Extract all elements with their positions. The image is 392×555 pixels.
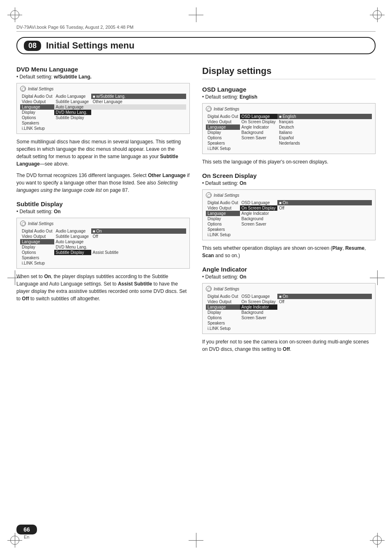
- corner-mark-br: [370, 533, 385, 548]
- table-row: Display DVD Menu Lang.: [20, 110, 186, 115]
- table-row: Language Angle Indicator Deutsch: [206, 124, 372, 130]
- subtitle-display-default: • Default setting: On: [16, 209, 190, 214]
- on-screen-display-default: • Default setting: On: [202, 180, 376, 186]
- table-row: Digital Audio Out OSD Language ■ English: [206, 114, 372, 119]
- on-screen-display-menu-box: ◯ Initial Settings Digital Audio Out OSD…: [202, 189, 376, 240]
- table-row: Digital Audio Out Audio Language ■ On: [20, 228, 186, 234]
- osd-language-default: • Default setting: English: [202, 94, 376, 100]
- menu-box-2-header: ◯ Initial Settings: [20, 221, 186, 226]
- edge-mark-top: [189, 7, 203, 22]
- dvd-menu-language-default: • Default setting: w/Subtitle Lang.: [16, 74, 190, 80]
- table-row: Options Screen Saver: [206, 221, 372, 227]
- subtitle-display-menu-box: ◯ Initial Settings Digital Audio Out Aud…: [16, 218, 190, 269]
- table-row: Digital Audio Out Audio Language ■ w/Sub…: [20, 94, 186, 99]
- left-column: DVD Menu Language • Default setting: w/S…: [16, 66, 190, 357]
- osd-language-title: OSD Language: [202, 86, 376, 93]
- table-row: Digital Audio Out OSD Language ■ On: [206, 294, 372, 299]
- menu-box-1-header: ◯ Initial Settings: [20, 86, 186, 92]
- menu-icon-2: ◯: [20, 221, 26, 226]
- osd-language-menu-box: ◯ Initial Settings Digital Audio Out OSD…: [202, 103, 376, 154]
- angle-indicator-body: If you prefer not to see the camera icon…: [202, 338, 376, 353]
- table-row: i.LINK Setup: [20, 260, 186, 266]
- table-row: Digital Audio Out OSD Language ■ On: [206, 200, 372, 205]
- table-row: i.LINK Setup: [206, 232, 372, 237]
- table-row: Video Output On Screen Display Off: [206, 205, 372, 211]
- angle-indicator-table: Digital Audio Out OSD Language ■ On Vide…: [206, 294, 372, 331]
- header-badge: 08: [24, 41, 41, 51]
- table-row: Video Output Subtitle Language Other Lan…: [20, 99, 186, 104]
- menu-icon-3: ◯: [206, 106, 212, 112]
- menu-box-4-header: ◯ Initial Settings: [206, 192, 372, 198]
- angle-indicator-default: • Default setting: On: [202, 274, 376, 280]
- table-row: Video Output On Screen Display français: [206, 119, 372, 124]
- table-row: Speakers: [206, 320, 372, 326]
- table-row: Video Output Subtitle Language Off: [20, 234, 186, 239]
- table-row: i.LINK Setup: [206, 326, 372, 331]
- display-settings-title: Display settings: [202, 66, 376, 79]
- menu-icon-5: ◯: [206, 286, 212, 292]
- osd-language-table: Digital Audio Out OSD Language ■ English…: [206, 114, 372, 151]
- edge-mark-bottom: [189, 533, 203, 548]
- menu-icon-4: ◯: [206, 192, 212, 198]
- header-section: 08 Initial Settings menu: [16, 37, 376, 54]
- table-row: Options Subtitle Display Assist Subtitle: [20, 250, 186, 255]
- table-row: Display Background Italiano: [206, 130, 372, 135]
- subtitle-display-table: Digital Audio Out Audio Language ■ On Vi…: [20, 228, 186, 266]
- table-row: Video Output On Screen Display Off: [206, 299, 372, 304]
- table-row: Display Background: [206, 216, 372, 221]
- menu-box-3-header: ◯ Initial Settings: [206, 106, 372, 112]
- table-row: i.LINK Setup: [20, 126, 186, 131]
- table-row: Speakers: [206, 227, 372, 232]
- subtitle-display-title: Subtitle Display: [16, 200, 190, 207]
- dvd-menu-language-default-value: w/Subtitle Lang.: [54, 74, 92, 80]
- table-row: Options Subtitle Display: [20, 115, 186, 120]
- menu-icon-1: ◯: [20, 86, 26, 92]
- right-column: Display settings OSD Language • Default …: [202, 66, 376, 357]
- on-screen-display-body: This sets whether operation displays are…: [202, 244, 376, 259]
- page-number-badge: 66: [16, 525, 37, 534]
- on-screen-display-title: On Screen Display: [202, 172, 376, 179]
- table-row: Language Auto Language: [20, 104, 186, 110]
- corner-mark-bl: [7, 533, 22, 548]
- table-row: Speakers: [20, 120, 186, 126]
- dvd-menu-language-menu-box: ◯ Initial Settings Digital Audio Out Aud…: [16, 83, 190, 134]
- dvd-menu-language-body-2: The DVD format recognizes 136 different …: [16, 172, 190, 194]
- table-row: Display DVD Menu Lang.: [20, 244, 186, 250]
- osd-language-body: This sets the language of this player's …: [202, 158, 376, 166]
- main-content: DVD Menu Language • Default setting: w/S…: [16, 66, 376, 357]
- angle-indicator-menu-box: ◯ Initial Settings Digital Audio Out OSD…: [202, 283, 376, 334]
- table-row: i.LINK Setup: [206, 146, 372, 151]
- table-row: Language Angle Indicator: [206, 304, 372, 310]
- footer-lang: En: [24, 534, 29, 539]
- angle-indicator-title: Angle Indicator: [202, 266, 376, 273]
- dvd-menu-language-body-1: Some multilingual discs have disc menus …: [16, 138, 190, 168]
- table-row: Language Angle Indicator: [206, 211, 372, 216]
- page-info: DV-79AVi.book Page 66 Tuesday, August 2,…: [16, 25, 134, 30]
- header-title: Initial Settings menu: [46, 40, 134, 51]
- top-bar: DV-79AVi.book Page 66 Tuesday, August 2,…: [16, 25, 376, 32]
- on-screen-display-table: Digital Audio Out OSD Language ■ On Vide…: [206, 200, 372, 237]
- table-row: Options Screen Saver: [206, 315, 372, 320]
- menu-box-5-header: ◯ Initial Settings: [206, 286, 372, 292]
- table-row: Options Screen Saver Español: [206, 135, 372, 140]
- table-row: Speakers: [20, 255, 186, 260]
- table-row: Speakers Nederlands: [206, 140, 372, 146]
- dvd-menu-language-title: DVD Menu Language: [16, 66, 190, 73]
- table-row: Display Background: [206, 310, 372, 315]
- corner-mark-tl: [7, 7, 22, 22]
- subtitle-display-body: When set to On, the player displays subt…: [16, 273, 190, 302]
- dvd-menu-language-table: Digital Audio Out Audio Language ■ w/Sub…: [20, 94, 186, 131]
- corner-mark-tr: [370, 7, 385, 22]
- table-row: Language Auto Language: [20, 239, 186, 244]
